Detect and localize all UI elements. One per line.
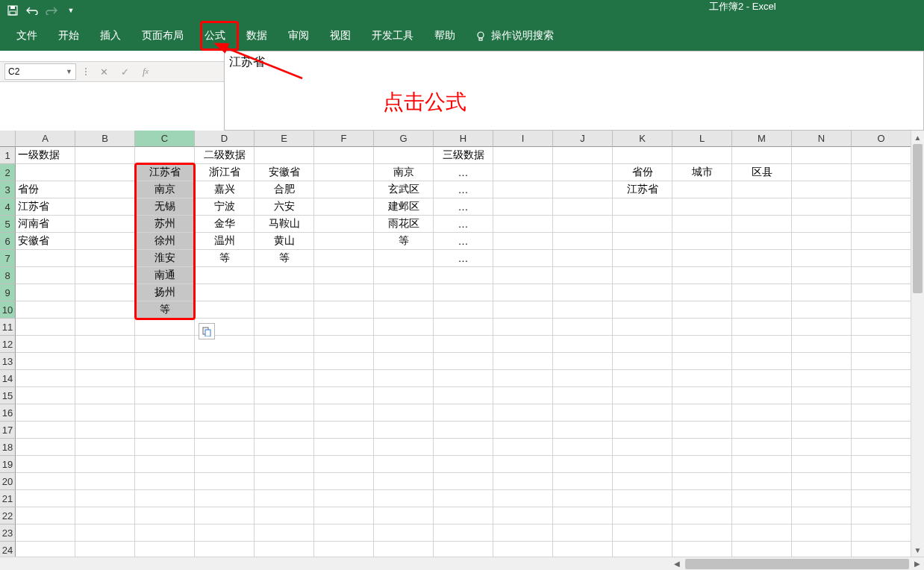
cell-B5[interactable]: [75, 216, 135, 233]
cell-K19[interactable]: [613, 456, 672, 473]
cell-A13[interactable]: [16, 353, 75, 370]
cell-A15[interactable]: [16, 387, 75, 404]
cell-B19[interactable]: [75, 456, 135, 473]
cell-J6[interactable]: [553, 233, 613, 250]
cell-J16[interactable]: [553, 404, 613, 422]
cell-N12[interactable]: [792, 336, 852, 353]
cell-E15[interactable]: [255, 387, 314, 404]
cell-N21[interactable]: [792, 490, 852, 507]
row-header-17[interactable]: 17: [0, 422, 16, 439]
scroll-left-icon[interactable]: ◀: [670, 557, 684, 570]
cell-G19[interactable]: [374, 456, 434, 473]
cell-N9[interactable]: [792, 284, 852, 301]
cell-D18[interactable]: [195, 439, 255, 456]
cell-J23[interactable]: [553, 524, 613, 542]
cell-D6[interactable]: 温州: [195, 233, 255, 250]
cell-F11[interactable]: [314, 319, 374, 336]
cell-C22[interactable]: [135, 507, 195, 524]
col-header-I[interactable]: I: [493, 131, 553, 147]
cell-E10[interactable]: [255, 301, 314, 319]
cell-O6[interactable]: [852, 233, 911, 250]
cell-B21[interactable]: [75, 490, 135, 507]
cell-H20[interactable]: [434, 473, 493, 490]
cell-F2[interactable]: [314, 164, 374, 181]
cell-K22[interactable]: [613, 507, 672, 524]
cell-H1[interactable]: 三级数据: [434, 147, 493, 164]
cell-M11[interactable]: [732, 319, 792, 336]
cell-E16[interactable]: [255, 404, 314, 422]
tab-devtools[interactable]: 开发工具: [361, 23, 424, 48]
cell-H23[interactable]: [434, 524, 493, 542]
cell-M3[interactable]: [732, 181, 792, 198]
cell-L3[interactable]: [672, 181, 732, 198]
col-header-E[interactable]: E: [255, 131, 314, 147]
cell-O22[interactable]: [852, 507, 911, 524]
enter-icon[interactable]: ✓: [118, 65, 131, 78]
cell-O7[interactable]: [852, 250, 911, 267]
cell-L15[interactable]: [672, 387, 732, 404]
cell-I17[interactable]: [493, 422, 553, 439]
cell-O14[interactable]: [852, 370, 911, 387]
cell-F7[interactable]: [314, 250, 374, 267]
cell-A19[interactable]: [16, 456, 75, 473]
cell-L20[interactable]: [672, 473, 732, 490]
cell-A14[interactable]: [16, 370, 75, 387]
cell-H13[interactable]: [434, 353, 493, 370]
cell-C4[interactable]: 无锡: [135, 198, 195, 216]
row-header-4[interactable]: 4: [0, 198, 16, 216]
cell-F9[interactable]: [314, 284, 374, 301]
cell-E21[interactable]: [255, 490, 314, 507]
cell-B8[interactable]: [75, 267, 135, 284]
cell-B20[interactable]: [75, 473, 135, 490]
cell-E1[interactable]: [255, 147, 314, 164]
col-header-J[interactable]: J: [553, 131, 613, 147]
cell-L11[interactable]: [672, 319, 732, 336]
cell-M8[interactable]: [732, 267, 792, 284]
cell-H15[interactable]: [434, 387, 493, 404]
cell-L7[interactable]: [672, 250, 732, 267]
cell-N13[interactable]: [792, 353, 852, 370]
cell-I13[interactable]: [493, 353, 553, 370]
cell-C17[interactable]: [135, 422, 195, 439]
cell-I3[interactable]: [493, 181, 553, 198]
cell-M13[interactable]: [732, 353, 792, 370]
cell-N10[interactable]: [792, 301, 852, 319]
qat-dropdown-icon[interactable]: ▼: [64, 4, 78, 17]
scroll-right-icon[interactable]: ▶: [911, 557, 924, 570]
cell-N18[interactable]: [792, 439, 852, 456]
cell-K9[interactable]: [613, 284, 672, 301]
cell-J14[interactable]: [553, 370, 613, 387]
cell-H3[interactable]: …: [434, 181, 493, 198]
cell-K16[interactable]: [613, 404, 672, 422]
row-header-23[interactable]: 23: [0, 524, 16, 542]
row-header-13[interactable]: 13: [0, 353, 16, 370]
cell-B16[interactable]: [75, 404, 135, 422]
cell-M7[interactable]: [732, 250, 792, 267]
cell-I4[interactable]: [493, 198, 553, 216]
cell-C23[interactable]: [135, 524, 195, 542]
cell-J12[interactable]: [553, 336, 613, 353]
cell-E24[interactable]: [255, 542, 314, 557]
cell-D13[interactable]: [195, 353, 255, 370]
cell-C16[interactable]: [135, 404, 195, 422]
row-header-8[interactable]: 8: [0, 267, 16, 284]
cell-J3[interactable]: [553, 181, 613, 198]
cell-A5[interactable]: 河南省: [16, 216, 75, 233]
cell-N2[interactable]: [792, 164, 852, 181]
cell-L18[interactable]: [672, 439, 732, 456]
cell-K13[interactable]: [613, 353, 672, 370]
cell-K5[interactable]: [613, 216, 672, 233]
cell-L14[interactable]: [672, 370, 732, 387]
cell-L12[interactable]: [672, 336, 732, 353]
cell-A2[interactable]: [16, 164, 75, 181]
tab-formulas[interactable]: 公式: [194, 23, 236, 48]
cell-N5[interactable]: [792, 216, 852, 233]
cell-E3[interactable]: 合肥: [255, 181, 314, 198]
tab-file[interactable]: 文件: [6, 23, 48, 48]
cell-C5[interactable]: 苏州: [135, 216, 195, 233]
cell-A1[interactable]: 一级数据: [16, 147, 75, 164]
cell-K17[interactable]: [613, 422, 672, 439]
cell-O3[interactable]: [852, 181, 911, 198]
row-header-18[interactable]: 18: [0, 439, 16, 456]
cell-G21[interactable]: [374, 490, 434, 507]
